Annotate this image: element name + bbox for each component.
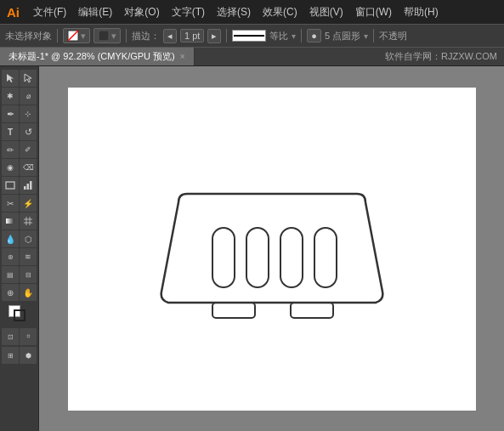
toolbar-separator-4 [301,29,302,43]
bottom-tools: ⊡ ⌗ ⊞ ⬢ [2,328,37,364]
toolbar-separator-3 [226,29,227,43]
tool-row-4: T ↺ [2,123,37,140]
tool-row-13: ⊕ ✋ [2,284,37,301]
svg-rect-14 [280,228,303,287]
opacity-label: 不透明 [379,30,407,43]
artboard-tool[interactable]: ⊡ [2,328,19,345]
anchor-point-tool[interactable]: ⊹ [20,105,37,122]
mesh-tool[interactable] [20,213,37,230]
svg-rect-13 [246,228,269,287]
svg-rect-5 [27,184,30,190]
toolbar: 未选择对象 ▾ ▾ 描边： ◂ 1 pt ▸ 等比 ▾ ● 5 点圆形 ▾ 不透… [0,24,504,48]
menu-view[interactable]: 视图(V) [304,3,348,21]
svg-rect-3 [6,182,14,189]
chart-tool[interactable] [20,177,37,194]
tool-row-bottom-1: ⊡ ⌗ [2,328,37,345]
svg-rect-4 [24,186,26,190]
tool-row-2: ✱ ⌀ [2,88,37,105]
menu-type[interactable]: 文字(T) [167,3,210,21]
toolbar-separator-1 [57,29,58,43]
svg-rect-15 [314,228,337,287]
pencil-tool[interactable]: ✐ [20,141,37,158]
tool-row-bottom-2: ⊞ ⬢ [2,347,37,364]
basket-drawing [144,151,399,347]
menu-window[interactable]: 窗口(W) [350,3,397,21]
menu-bar: 文件(F) 编辑(E) 对象(O) 文字(T) 选择(S) 效果(C) 视图(V… [28,3,444,21]
tool-row-10: 💧 ⬡ [2,230,37,247]
svg-rect-17 [291,303,333,318]
pen-tool[interactable]: ✒ [2,105,19,122]
tab-right-info: 软件自学网：RJZXW.COM [385,48,504,65]
canvas-area [39,66,504,431]
stroke-color-button[interactable]: ▾ [63,28,90,43]
column-graph-tool[interactable]: ▤ [2,266,19,283]
free-transform-tool[interactable]: ⊟ [20,266,37,283]
main-area: ✱ ⌀ ✒ ⊹ T ↺ ✏ ✐ ◉ ⌫ [0,66,504,431]
svg-rect-6 [30,181,32,190]
slice-tool[interactable]: ⌗ [20,328,37,345]
website-info: 软件自学网：RJZXW.COM [385,50,497,63]
knife-tool[interactable]: ⚡ [20,195,37,212]
svg-rect-2 [99,31,109,41]
tool-row-11: ⊛ ≋ [2,248,37,265]
warp-tool[interactable]: ≋ [20,248,37,265]
shape-builder-tool[interactable]: ⬢ [20,347,37,364]
toolbar-separator-2 [126,29,127,43]
selection-tool[interactable] [2,70,19,87]
active-tab[interactable]: 未标题-1* @ 92.28% (CMYK/GPU 预览) × [0,48,195,65]
title-bar: Ai 文件(F) 编辑(E) 对象(O) 文字(T) 选择(S) 效果(C) 视… [0,0,504,24]
tool-row-1 [2,70,37,87]
menu-file[interactable]: 文件(F) [28,3,71,21]
color-indicators [8,305,31,324]
stroke-preview [232,30,266,42]
stroke-color-indicator[interactable] [14,309,25,321]
tool-row-9 [2,213,37,230]
blend-tool[interactable]: ⬡ [20,230,37,247]
menu-object[interactable]: 对象(O) [119,3,164,21]
paintbrush-tool[interactable]: ✏ [2,141,19,158]
stroke-value[interactable]: 1 pt [180,29,204,43]
symbol-spray-tool[interactable]: ⊛ [2,248,19,265]
tool-row-6: ◉ ⌫ [2,159,37,176]
no-selection-label: 未选择对象 [5,30,52,43]
tab-close-button[interactable]: × [180,52,185,61]
dot-button[interactable]: ● [307,29,321,43]
stroke-up-button[interactable]: ◂ [163,29,177,43]
toolbar-separator-5 [373,29,374,43]
canvas [68,88,476,411]
lasso-tool[interactable]: ⌀ [20,88,37,105]
blob-brush-tool[interactable]: ◉ [2,159,19,176]
rotate-tool[interactable]: ↺ [20,123,37,140]
menu-help[interactable]: 帮助(H) [399,3,444,21]
gradient-tool[interactable] [2,213,19,230]
eyedropper-tool[interactable]: 💧 [2,230,19,247]
stroke-ratio-label: 等比 [269,30,288,43]
magic-wand-tool[interactable]: ✱ [2,88,19,105]
menu-effect[interactable]: 效果(C) [258,3,303,21]
menu-select[interactable]: 选择(S) [212,3,256,21]
tool-row-7 [2,177,37,194]
zoom-tool[interactable]: ⊕ [2,284,19,301]
tool-row-12: ▤ ⊟ [2,266,37,283]
direct-selection-tool[interactable] [20,70,37,87]
perspective-tool[interactable]: ⊞ [2,347,19,364]
rectangle-tool[interactable] [2,177,19,194]
tab-title: 未标题-1* @ 92.28% (CMYK/GPU 预览) [8,50,175,63]
toolbox: ✱ ⌀ ✒ ⊹ T ↺ ✏ ✐ ◉ ⌫ [0,66,39,431]
scissor-tool[interactable]: ✂ [2,195,19,212]
stroke-label: 描边： [132,30,160,43]
stroke-down-button[interactable]: ▸ [207,29,221,43]
tab-bar: 未标题-1* @ 92.28% (CMYK/GPU 预览) × 软件自学网：RJ… [0,48,504,66]
tool-row-5: ✏ ✐ [2,141,37,158]
tool-row-8: ✂ ⚡ [2,195,37,212]
eraser-tool[interactable]: ⌫ [20,159,37,176]
menu-edit[interactable]: 编辑(E) [73,3,117,21]
app-logo: Ai [7,5,20,20]
fill-color-button[interactable]: ▾ [93,28,121,43]
svg-rect-16 [212,303,255,318]
stroke-points-label: 5 点圆形 [325,30,360,43]
svg-rect-7 [6,218,14,224]
tool-row-3: ✒ ⊹ [2,105,37,122]
type-tool[interactable]: T [2,123,19,140]
hand-tool[interactable]: ✋ [20,284,37,301]
